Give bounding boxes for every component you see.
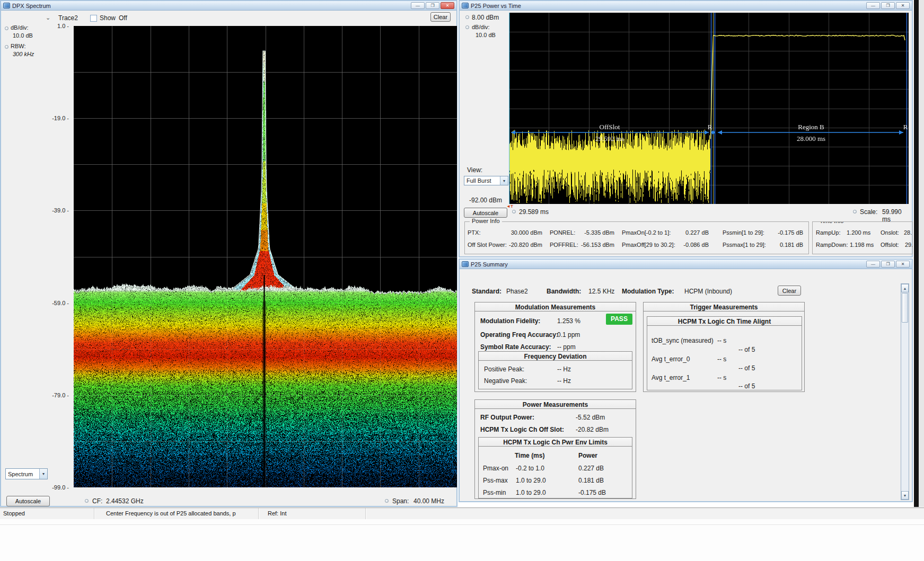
trace-selector-label[interactable]: Trace2: [58, 14, 78, 22]
cf-knob-icon[interactable]: [85, 499, 89, 503]
close-button[interactable]: ✕: [441, 2, 454, 9]
ref-level-value[interactable]: 8.00 dBm: [472, 14, 499, 21]
bandwidth-value: 12.5 KHz: [588, 288, 614, 295]
measurement-label: Positive Peak:: [484, 366, 524, 373]
window-title: P25 Power vs Time: [471, 3, 521, 9]
power-info-title: Power Info: [470, 218, 502, 224]
limit-time: -0.2 to 1.0: [516, 465, 544, 472]
db-div-label: dB/div:: [472, 24, 490, 30]
power-measurements-box: Power Measurements RF Output Power: -5.5…: [474, 399, 636, 499]
dpx-spectrum-plot[interactable]: [74, 26, 457, 487]
power-info-group: Power Info PTX: 30.000 dBm PONREL: -5.33…: [464, 221, 809, 254]
cf-value[interactable]: 2.44532 GHz: [106, 497, 144, 505]
p25-power-vs-time-window: P25 Power vs Time — ❐ ✕ 8.00 dBm dB/div:…: [459, 0, 913, 257]
time-align-title: HCPM Tx Logic Ch Time Alignt: [647, 317, 802, 326]
minimize-button[interactable]: —: [866, 2, 880, 9]
rbw-value[interactable]: 300 kHz: [13, 51, 34, 57]
db-div-value[interactable]: 10.0 dB: [476, 32, 496, 38]
limit-name: Pss-max: [483, 477, 508, 484]
rbw-knob-icon[interactable]: [5, 45, 8, 49]
measurement-value: -- s: [717, 337, 726, 344]
scrollbar-thumb[interactable]: [902, 293, 908, 323]
limit-power: 0.181 dB: [578, 477, 604, 484]
measurement-value: -- Hz: [557, 377, 571, 385]
close-button[interactable]: ✕: [896, 261, 910, 268]
collapse-chevron-icon[interactable]: ⌄: [46, 14, 50, 21]
env-limits-box: HCPM Tx Logic Ch Pwr Env Limits Time (ms…: [478, 437, 632, 498]
scale-knob-icon[interactable]: [853, 210, 857, 213]
minimize-button[interactable]: —: [411, 2, 425, 9]
pvt-autoscale-button[interactable]: Autoscale: [464, 208, 507, 218]
modulation-measurements-title: Modulation Measurements: [475, 302, 636, 311]
standard-label: Standard:: [472, 288, 501, 295]
summary-titlebar[interactable]: P25 Summary — ❐ ✕: [460, 260, 912, 269]
ref-level-knob-icon[interactable]: [465, 15, 469, 19]
time-info-label: Offslot:: [881, 242, 899, 248]
limit-power: -0.175 dB: [578, 489, 606, 496]
maximize-button[interactable]: ❐: [881, 261, 895, 268]
db-div-knob-icon[interactable]: [465, 25, 469, 29]
time-info-value: 29.: [905, 242, 913, 248]
position-value[interactable]: 29.589 ms: [519, 208, 549, 216]
desktop-area: [0, 519, 924, 561]
measurement-sub-value: -- of 5: [738, 364, 755, 372]
scroll-up-icon[interactable]: ▲: [901, 284, 909, 292]
burst-view-select[interactable]: Full Burst ▾: [464, 176, 508, 185]
view-label: View:: [467, 166, 482, 174]
maximize-button[interactable]: ❐: [881, 2, 895, 9]
dpx-titlebar[interactable]: DPX Spectrum — ❐ ✕: [1, 1, 456, 11]
dpx-y-axis-label: -79.0: [46, 392, 69, 398]
window-title: DPX Spectrum: [12, 3, 51, 9]
power-vs-time-plot[interactable]: [509, 13, 909, 204]
power-measurements-title: Power Measurements: [475, 400, 636, 409]
db-div-knob-icon[interactable]: [5, 26, 8, 30]
measurement-value: -- s: [717, 355, 726, 363]
measurement-value: -- Hz: [557, 366, 571, 373]
dpx-autoscale-button[interactable]: Autoscale: [6, 496, 50, 506]
measurement-value: -- s: [717, 374, 726, 381]
dpx-y-axis-label: -19.0: [46, 115, 69, 121]
measurement-value: 1.253 %: [557, 317, 580, 325]
measurement-sub-value: -- of 5: [738, 382, 755, 390]
measurement-sub-value: -- of 5: [738, 346, 755, 353]
modulation-type-label: Modulation Type:: [622, 288, 674, 295]
position-knob-icon[interactable]: [512, 210, 516, 213]
measurement-label: Symbol Rate Accuracy:: [480, 343, 551, 351]
env-limits-title: HCPM Tx Logic Ch Pwr Env Limits: [479, 438, 632, 447]
summary-clear-button[interactable]: Clear: [778, 286, 801, 296]
limit-name: Pss-min: [483, 489, 506, 496]
close-button[interactable]: ✕: [896, 2, 910, 9]
db-div-value[interactable]: 10.0 dB: [13, 32, 33, 39]
chevron-down-icon: ▾: [500, 176, 508, 185]
span-knob-icon[interactable]: [385, 499, 389, 503]
time-align-box: HCPM Tx Logic Ch Time Alignt tOB_sync (m…: [647, 316, 802, 390]
measurement-label: HCPM Tx Logic Ch Off Slot:: [480, 426, 564, 433]
power-info-value: 0.227 dB: [667, 229, 709, 236]
window-icon: [462, 3, 469, 8]
pvt-titlebar[interactable]: P25 Power vs Time — ❐ ✕: [460, 1, 912, 11]
summary-scrollbar[interactable]: ▲ ▼: [901, 283, 909, 500]
dpx-clear-button[interactable]: Clear: [430, 12, 451, 22]
minimize-button[interactable]: —: [866, 261, 880, 268]
dpx-view-select[interactable]: Spectrum ▾: [5, 468, 48, 479]
time-info-value: 1.198 ms: [850, 242, 874, 248]
measurement-label: tOB_sync (measured): [652, 337, 714, 344]
power-info-value: 30.000 dBm: [496, 229, 542, 236]
p25-summary-window: P25 Summary — ❐ ✕ Standard: Phase2 Bandw…: [459, 259, 913, 502]
time-info-title: Time Info: [817, 221, 846, 224]
window-icon: [462, 261, 469, 267]
measurement-label: Negative Peak:: [484, 377, 527, 385]
bottom-level-value[interactable]: -92.00 dBm: [469, 197, 502, 204]
scale-value[interactable]: 59.990 ms: [882, 208, 912, 223]
column-header: Power: [578, 452, 597, 459]
span-value[interactable]: 40.00 MHz: [413, 497, 444, 505]
measurement-label: Operating Freq Accuracy:: [480, 331, 558, 339]
modulation-measurements-box: Modulation Measurements Modulation Fidel…: [474, 302, 636, 392]
time-info-label: RampDown:: [816, 242, 848, 248]
scroll-down-icon[interactable]: ▼: [901, 491, 909, 500]
measurement-label: Avg t_error_0: [652, 355, 690, 363]
power-info-value: 0.181 dB: [770, 242, 803, 248]
burst-view-select-value: Full Burst: [464, 177, 500, 184]
maximize-button[interactable]: ❐: [426, 2, 439, 9]
show-checkbox[interactable]: [90, 15, 97, 22]
